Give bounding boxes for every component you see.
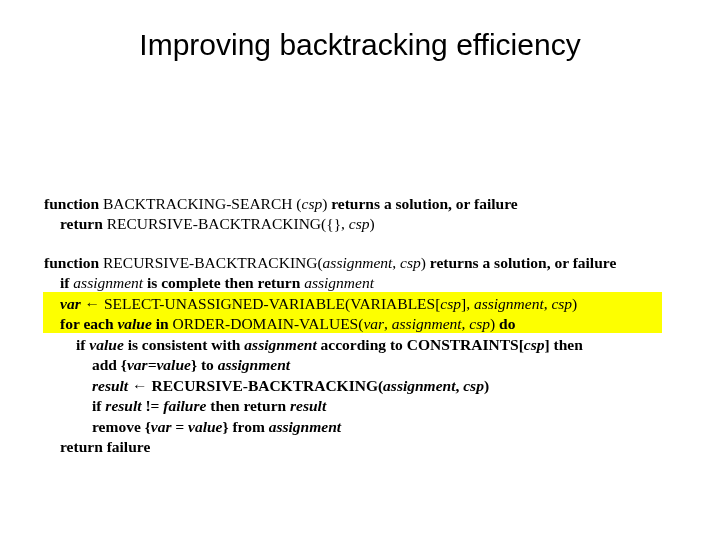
kw-if: if [76,336,89,353]
param: csp [440,295,461,312]
code-line-highlighted: var ← SELECT-UNASSIGNED-VARIABLE(VARIABL… [44,294,676,314]
txt: , [392,254,400,271]
kw-function: function [44,195,99,212]
txt: a solution, or failure [380,195,518,212]
slide: Improving backtracking efficiency functi… [0,0,720,540]
kw-return: return [60,215,103,232]
txt: ) [421,254,430,271]
param: var [363,315,384,332]
code-line: if value is consistent with assignment a… [44,335,676,355]
kw-then-return: then return [224,274,304,291]
slide-title: Improving backtracking efficiency [0,0,720,62]
txt: ) [322,195,331,212]
function-2: function RECURSIVE-BACKTRACKING(assignme… [44,253,676,458]
kw-do: do [499,315,515,332]
kw-if: if [60,274,73,291]
txt: is consistent with [124,336,245,353]
code-line: add {var=value} to assignment [44,355,676,375]
param: csp [551,295,572,312]
param: assignment [304,274,374,291]
param: assignment [269,418,341,435]
param: assignment [218,356,290,373]
var: result [290,397,326,414]
txt: remove { [92,418,151,435]
param: csp [400,254,421,271]
code-line: return RECURSIVE-BACKTRACKING({}, csp) [44,214,676,234]
var: var [60,295,81,312]
txt: ) [490,315,499,332]
txt: ], [461,295,474,312]
var: value [117,315,151,332]
txt: } from [222,418,268,435]
txt: RECURSIVE-BACKTRACKING({}, [103,215,349,232]
param: csp [302,195,323,212]
code-line: remove {var = value} from assignment [44,417,676,437]
txt: != [142,397,164,414]
txt: SELECT-UNASSIGNED-VARIABLE(VARIABLES[ [100,295,440,312]
param: csp [463,377,484,394]
kw-returns: returns [430,254,479,271]
code-line: return failure [44,437,676,457]
kw-return: return [60,438,103,455]
param: assignment [244,336,316,353]
code-line: function BACKTRACKING-SEARCH (csp) retur… [44,194,676,214]
code-line: if result != failure then return result [44,396,676,416]
code-line: result ← RECURSIVE-BACKTRACKING(assignme… [44,376,676,396]
txt: ) [572,295,577,312]
kw-then-return: then return [206,397,290,414]
function-1: function BACKTRACKING-SEARCH (csp) retur… [44,194,676,235]
pseudocode-block: function BACKTRACKING-SEARCH (csp) retur… [44,194,676,457]
code-line-highlighted: for each value in ORDER-DOMAIN-VALUES(va… [44,314,676,334]
txt: RECURSIVE-BACKTRACKING( [99,254,322,271]
param: csp [349,215,370,232]
kw-foreach: for each [60,315,117,332]
var: failure [163,397,206,414]
param: assignment [474,295,544,312]
kw-then: then [554,336,583,353]
txt: is complete [143,274,224,291]
kw-if: if [92,397,105,414]
txt: RECURSIVE-BACKTRACKING( [148,377,384,394]
txt: BACKTRACKING-SEARCH ( [99,195,301,212]
txt: according to CONSTRAINTS[ [317,336,524,353]
txt: ) [484,377,489,394]
txt: a solution, or failure [479,254,617,271]
txt: } to [191,356,218,373]
txt: , [384,315,392,332]
txt: ] [545,336,554,353]
left-arrow-icon: ← [85,295,101,312]
var: result [92,377,128,394]
param: csp [524,336,545,353]
txt: ORDER-DOMAIN-VALUES( [169,315,364,332]
kw-in: in [152,315,169,332]
param: assignment [392,315,462,332]
kw-function: function [44,254,99,271]
param: assignment [383,377,455,394]
txt: add { [92,356,127,373]
txt: failure [103,438,151,455]
param: assignment [323,254,393,271]
code-line: function RECURSIVE-BACKTRACKING(assignme… [44,253,676,273]
kw-returns: returns [331,195,380,212]
txt: ) [370,215,375,232]
code-line: if assignment is complete then return as… [44,273,676,293]
param: assignment [73,274,143,291]
var: value [89,336,123,353]
left-arrow-icon: ← [132,377,148,394]
var: var = value [151,418,223,435]
var: var=value [127,356,191,373]
var: result [105,397,141,414]
param: csp [469,315,490,332]
